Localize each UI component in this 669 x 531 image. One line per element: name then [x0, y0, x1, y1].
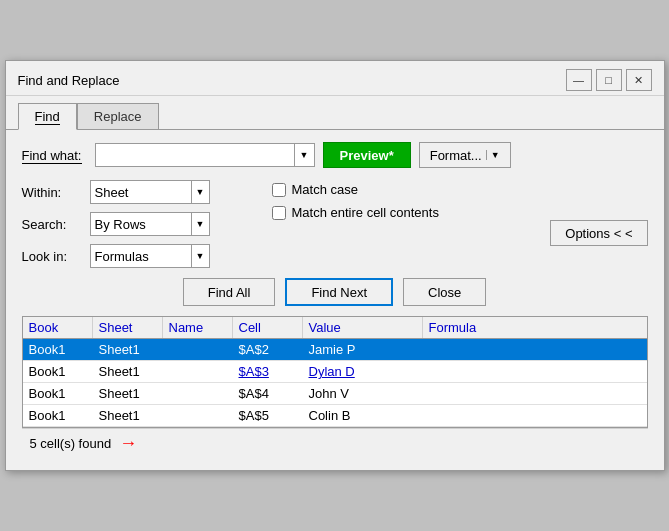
right-options: Match case Match entire cell contents	[272, 180, 648, 220]
options-button[interactable]: Options < <	[550, 220, 647, 246]
search-select-container: By Rows By Columns ▼	[90, 212, 210, 236]
format-dropdown-arrow[interactable]: ▼	[486, 150, 500, 160]
tab-replace-label: Replace	[94, 109, 142, 124]
cell-value-link[interactable]: Dylan D	[303, 361, 423, 382]
find-input-container: ▼	[95, 143, 315, 167]
cell-cell: $A$2	[233, 339, 303, 360]
match-entire-row: Match entire cell contents	[272, 205, 648, 220]
cell-formula	[423, 361, 647, 382]
header-name[interactable]: Name	[163, 317, 233, 338]
table-row[interactable]: Book1 Sheet1 $A$3 Dylan D	[23, 361, 647, 383]
table-row[interactable]: Book1 Sheet1 $A$4 John V	[23, 383, 647, 405]
tab-replace[interactable]: Replace	[77, 103, 159, 130]
header-book[interactable]: Book	[23, 317, 93, 338]
results-header: Book Sheet Name Cell Value Formula	[23, 317, 647, 339]
cell-value: Jamie P	[303, 339, 423, 360]
within-arrow[interactable]: ▼	[191, 181, 209, 203]
close-window-button[interactable]: ✕	[626, 69, 652, 91]
options-section: Within: Sheet Workbook ▼ Search: By Rows	[22, 180, 648, 268]
match-case-label: Match case	[292, 182, 358, 197]
match-entire-label: Match entire cell contents	[292, 205, 439, 220]
lookin-select-container: Formulas Values Notes ▼	[90, 244, 210, 268]
cell-formula	[423, 383, 647, 404]
table-row[interactable]: Book1 Sheet1 $A$5 Colin B	[23, 405, 647, 427]
results-table: Book Sheet Name Cell Value Formula Book1…	[22, 316, 648, 428]
maximize-button[interactable]: □	[596, 69, 622, 91]
cell-cell: $A$4	[233, 383, 303, 404]
minimize-button[interactable]: —	[566, 69, 592, 91]
cell-book: Book1	[23, 383, 93, 404]
cell-book: Book1	[23, 361, 93, 382]
close-button[interactable]: Close	[403, 278, 486, 306]
right-section: Match case Match entire cell contents Op…	[272, 180, 648, 268]
header-formula[interactable]: Formula	[423, 317, 647, 338]
cell-sheet: Sheet1	[93, 383, 163, 404]
find-all-button[interactable]: Find All	[183, 278, 276, 306]
match-case-row: Match case	[272, 182, 648, 197]
cell-cell-link[interactable]: $A$3	[233, 361, 303, 382]
header-value[interactable]: Value	[303, 317, 423, 338]
header-cell[interactable]: Cell	[233, 317, 303, 338]
find-next-button[interactable]: Find Next	[285, 278, 393, 306]
format-button[interactable]: Format... ▼	[419, 142, 511, 168]
within-select-container: Sheet Workbook ▼	[90, 180, 210, 204]
status-arrow-icon: →	[119, 433, 137, 454]
window-controls: — □ ✕	[566, 69, 652, 91]
within-label: Within:	[22, 185, 82, 200]
format-button-container: Format... ▼	[419, 142, 511, 168]
lookin-select[interactable]: Formulas Values Notes	[91, 245, 191, 267]
preview-button[interactable]: Preview*	[323, 142, 411, 168]
search-arrow[interactable]: ▼	[191, 213, 209, 235]
cell-cell: $A$5	[233, 405, 303, 426]
find-dropdown-button[interactable]: ▼	[295, 143, 315, 167]
search-row: Search: By Rows By Columns ▼	[22, 212, 252, 236]
lookin-arrow[interactable]: ▼	[191, 245, 209, 267]
lookin-label: Look in:	[22, 249, 82, 264]
title-bar: Find and Replace — □ ✕	[6, 61, 664, 96]
search-select[interactable]: By Rows By Columns	[91, 213, 191, 235]
cell-formula	[423, 339, 647, 360]
dialog-body: Find what: ▼ Preview* Format... ▼ Within…	[6, 129, 664, 470]
within-select[interactable]: Sheet Workbook	[91, 181, 191, 203]
cell-value: Colin B	[303, 405, 423, 426]
tab-find[interactable]: Find	[18, 103, 77, 130]
cell-book: Book1	[23, 339, 93, 360]
find-replace-dialog: Find and Replace — □ ✕ Find Replace Find…	[5, 60, 665, 471]
left-options: Within: Sheet Workbook ▼ Search: By Rows	[22, 180, 252, 268]
lookin-row: Look in: Formulas Values Notes ▼	[22, 244, 252, 268]
header-sheet[interactable]: Sheet	[93, 317, 163, 338]
results-rows: Book1 Sheet1 $A$2 Jamie P Book1 Sheet1 $…	[23, 339, 647, 427]
dialog-title: Find and Replace	[18, 73, 120, 88]
cell-formula	[423, 405, 647, 426]
cell-sheet: Sheet1	[93, 361, 163, 382]
table-row[interactable]: Book1 Sheet1 $A$2 Jamie P	[23, 339, 647, 361]
find-input[interactable]	[95, 143, 295, 167]
cell-sheet: Sheet1	[93, 339, 163, 360]
status-bar: 5 cell(s) found →	[22, 428, 648, 458]
format-label: Format...	[430, 148, 482, 163]
tab-bar: Find Replace	[6, 96, 664, 129]
match-entire-checkbox[interactable]	[272, 206, 286, 220]
cell-name	[163, 339, 233, 360]
status-text: 5 cell(s) found	[30, 436, 112, 451]
find-label: Find what:	[22, 148, 87, 163]
action-buttons: Find All Find Next Close	[22, 278, 648, 306]
cell-name	[163, 361, 233, 382]
options-button-row: Options < <	[272, 220, 648, 246]
cell-value: John V	[303, 383, 423, 404]
cell-sheet: Sheet1	[93, 405, 163, 426]
within-row: Within: Sheet Workbook ▼	[22, 180, 252, 204]
find-what-row: Find what: ▼ Preview* Format... ▼	[22, 142, 648, 168]
match-case-checkbox[interactable]	[272, 183, 286, 197]
cell-name	[163, 405, 233, 426]
cell-name	[163, 383, 233, 404]
search-label: Search:	[22, 217, 82, 232]
cell-book: Book1	[23, 405, 93, 426]
